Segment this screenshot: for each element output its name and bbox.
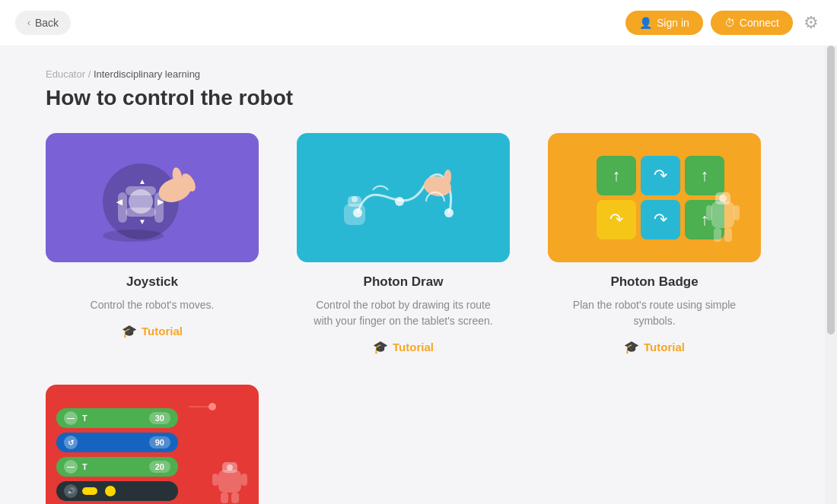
tutorial-icon-joystick: 🎓 [122, 324, 137, 338]
card-photon-draw: Photon Draw Control the robot by drawing… [297, 133, 510, 354]
tutorial-icon-badge: 🎓 [624, 340, 639, 354]
svg-rect-28 [724, 228, 732, 242]
badge-tutorial-button[interactable]: 🎓 Tutorial [624, 340, 685, 354]
main-content: Educator / Interdisciplinary learning Ho… [0, 46, 825, 504]
breadcrumb-parent: Educator [46, 68, 85, 80]
joystick-illustration: ▲ ▼ ◀ ▶ [76, 144, 228, 251]
badge-desc: Plan the robot's route using simple symb… [563, 297, 746, 329]
block-pill-4: 🔊 [56, 481, 178, 501]
badge-cell-turn-1: ↷ [641, 156, 680, 195]
svg-point-15 [395, 197, 404, 206]
svg-rect-34 [221, 493, 228, 503]
svg-point-24 [719, 195, 727, 202]
breadcrumb-current: Interdisciplinary learning [94, 68, 200, 80]
joystick-title: Joystick [126, 274, 178, 290]
connect-label: Connect [740, 17, 779, 29]
block-row-2: ↺ 90 [56, 433, 259, 452]
block-pill-3: — T 20 [56, 457, 178, 477]
draw-title: Photon Draw [364, 274, 444, 290]
scrollbar-track[interactable] [825, 46, 837, 504]
block-row-1: — T 30 [56, 408, 259, 428]
blocks-image: — T 30 ↺ 90 [46, 385, 259, 504]
svg-rect-3 [118, 192, 127, 223]
card-photon-blocks: — T 30 ↺ 90 [46, 385, 259, 504]
breadcrumb-separator: / [88, 68, 94, 80]
block-pill-2: ↺ 90 [56, 433, 178, 452]
header: ‹ Back 👤 Sign in ⏱ Connect ⚙ [0, 0, 837, 46]
draw-image [297, 133, 510, 262]
block-pill-1: — T 30 [56, 408, 178, 428]
svg-point-31 [227, 464, 233, 471]
page-title: How to control the robot [46, 86, 779, 110]
back-button[interactable]: ‹ Back [15, 11, 71, 35]
svg-rect-27 [714, 228, 721, 242]
svg-point-16 [444, 208, 454, 217]
scrollbar-thumb[interactable] [827, 46, 835, 334]
joystick-tutorial-button[interactable]: 🎓 Tutorial [122, 324, 183, 338]
joystick-desc: Control the robot's moves. [91, 297, 215, 313]
connect-icon: ⏱ [724, 17, 735, 29]
badge-tutorial-label: Tutorial [644, 341, 685, 353]
cards-grid: ▲ ▼ ◀ ▶ Joystick Control the robot's mov… [46, 133, 779, 504]
svg-rect-29 [218, 470, 241, 493]
draw-illustration [327, 144, 479, 251]
badge-image: ↑ ↷ ↑ ↷ ↷ ↑ [548, 133, 761, 262]
draw-tutorial-button[interactable]: 🎓 Tutorial [373, 340, 434, 354]
back-label: Back [35, 17, 59, 29]
svg-point-5 [129, 189, 153, 214]
settings-button[interactable]: ⚙ [800, 10, 822, 36]
badge-cell-up-1: ↑ [597, 156, 636, 195]
sign-in-label: Sign in [657, 17, 689, 29]
header-actions: 👤 Sign in ⏱ Connect ⚙ [625, 10, 822, 36]
svg-rect-26 [734, 205, 740, 220]
badge-title: Photon Badge [610, 274, 698, 290]
badge-cell-turn-3: ↷ [641, 200, 680, 239]
svg-rect-35 [231, 493, 239, 503]
tutorial-icon-draw: 🎓 [373, 340, 388, 354]
svg-point-13 [103, 230, 164, 242]
blocks-robot [209, 455, 251, 504]
svg-point-21 [352, 196, 358, 202]
badge-robot [700, 179, 746, 255]
svg-rect-22 [711, 201, 734, 228]
svg-rect-25 [706, 205, 712, 220]
user-icon: 👤 [639, 17, 652, 29]
draw-tutorial-label: Tutorial [393, 341, 434, 353]
sign-in-button[interactable]: 👤 Sign in [625, 11, 703, 35]
gear-icon: ⚙ [804, 13, 819, 32]
svg-rect-32 [212, 474, 218, 486]
svg-text:◀: ◀ [116, 198, 123, 206]
joystick-tutorial-label: Tutorial [142, 325, 183, 338]
card-joystick: ▲ ▼ ◀ ▶ Joystick Control the robot's mov… [46, 133, 259, 354]
card-photon-badge: ↑ ↷ ↑ ↷ ↷ ↑ [548, 133, 761, 354]
svg-rect-33 [241, 474, 247, 486]
svg-text:▲: ▲ [138, 177, 146, 185]
chevron-left-icon: ‹ [27, 17, 30, 28]
joystick-image: ▲ ▼ ◀ ▶ [46, 133, 259, 262]
connect-button[interactable]: ⏱ Connect [711, 11, 793, 35]
draw-desc: Control the robot by drawing its route w… [312, 297, 495, 329]
svg-rect-19 [344, 204, 365, 225]
breadcrumb: Educator / Interdisciplinary learning [46, 68, 779, 80]
svg-text:▼: ▼ [138, 217, 146, 226]
badge-cell-turn-2: ↷ [597, 200, 636, 239]
